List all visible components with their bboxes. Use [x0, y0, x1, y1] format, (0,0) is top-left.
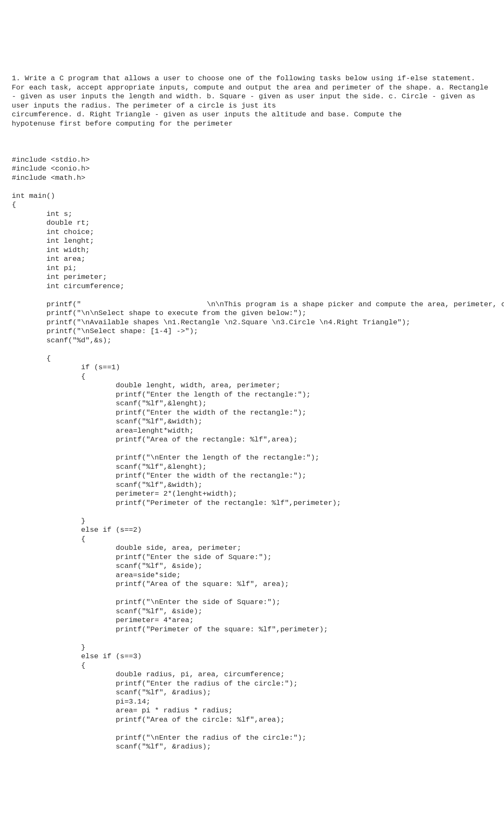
problem-statement: 1. Write a C program that allows a user …	[12, 74, 492, 128]
source-code: #include <stdio.h> #include <conio.h> #i…	[12, 155, 492, 751]
blank-line	[12, 137, 492, 147]
